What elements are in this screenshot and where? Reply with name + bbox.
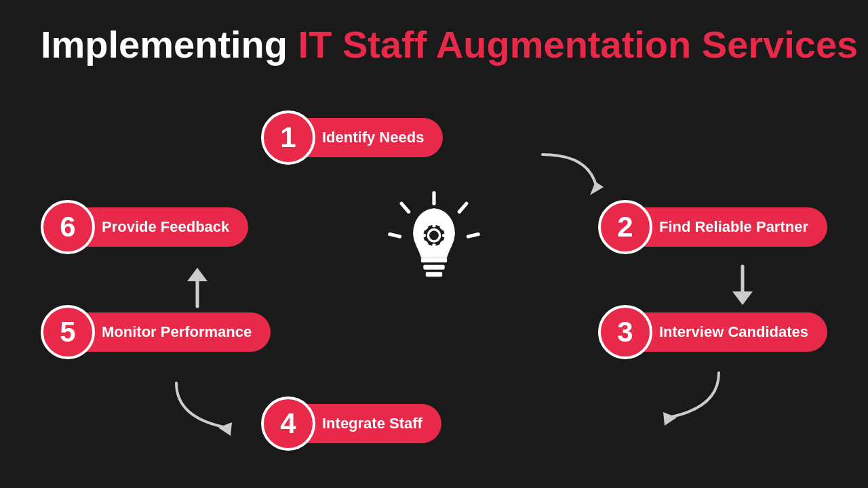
- step-6: 6 Provide Feedback: [41, 200, 248, 254]
- step-3-label: Interview Candidates: [625, 312, 827, 352]
- svg-point-16: [428, 230, 439, 241]
- step-1-circle: 1: [261, 110, 315, 165]
- svg-marker-6: [187, 268, 208, 281]
- arrow-3-4: [644, 366, 732, 427]
- step-6-circle: 6: [41, 200, 95, 254]
- step-5-label: Monitor Performance: [68, 312, 271, 352]
- svg-marker-2: [732, 291, 753, 305]
- arrow-1-2: [536, 148, 617, 202]
- svg-line-11: [390, 235, 400, 237]
- title-prefix: Implementing: [41, 23, 298, 66]
- svg-rect-13: [423, 265, 444, 270]
- svg-marker-0: [590, 182, 604, 195]
- step-2-circle: 2: [598, 200, 652, 254]
- title-highlight: IT Staff Augmentation Services: [298, 23, 859, 66]
- step-2-label: Find Reliable Partner: [625, 207, 827, 247]
- step-4: 4 Integrate Staff: [261, 396, 441, 451]
- svg-line-10: [401, 203, 408, 211]
- svg-marker-4: [218, 422, 232, 436]
- step-2: 2 Find Reliable Partner: [598, 200, 827, 254]
- svg-rect-17: [432, 222, 435, 227]
- page-title: Implementing IT Staff Augmentation Servi…: [41, 24, 858, 66]
- svg-marker-3: [663, 412, 677, 426]
- step-1: 1 Identify Needs: [261, 110, 443, 165]
- step-3: 3 Interview Candidates: [598, 305, 827, 359]
- svg-rect-19: [421, 234, 426, 237]
- svg-rect-14: [426, 272, 442, 277]
- arrow-2-3: [722, 263, 763, 310]
- step-3-circle: 3: [598, 305, 652, 359]
- center-lightbulb-icon: [373, 187, 495, 323]
- svg-line-8: [459, 203, 466, 211]
- arrow-5-6: [177, 262, 218, 310]
- step-5: 5 Monitor Performance: [41, 305, 271, 359]
- arrow-4-5: [163, 376, 251, 437]
- svg-rect-18: [432, 243, 435, 248]
- step-5-circle: 5: [41, 305, 95, 359]
- step-4-circle: 4: [261, 396, 315, 451]
- svg-rect-12: [421, 258, 447, 262]
- svg-line-9: [468, 235, 478, 237]
- svg-rect-20: [442, 234, 447, 237]
